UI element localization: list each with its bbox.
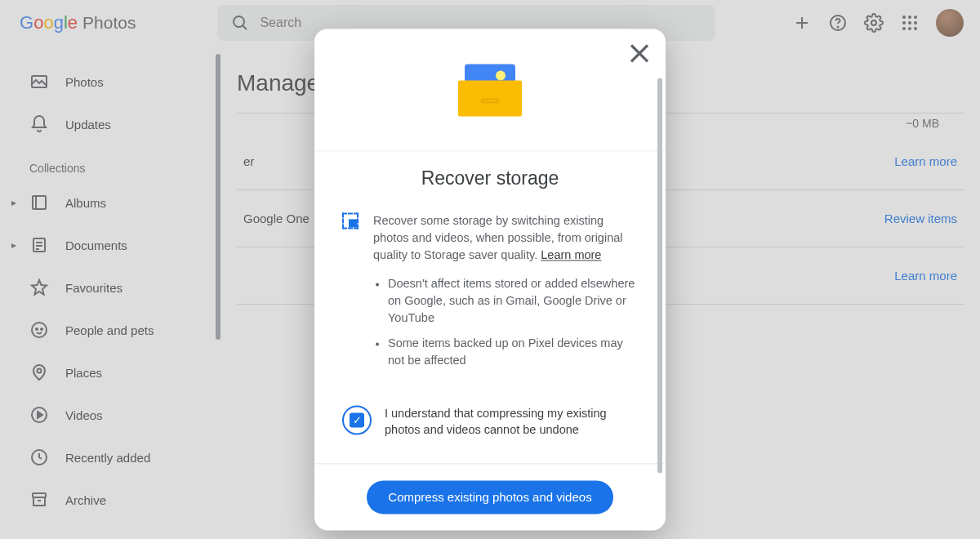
dialog-bullet: Some items backed up on Pixel devices ma…	[388, 336, 638, 370]
confirm-checkbox[interactable]: ✓	[342, 406, 372, 435]
dialog-bullet: Doesn't affect items stored or added els…	[388, 275, 638, 327]
recover-storage-dialog: Recover storage Recover some storage by …	[314, 29, 666, 530]
checkmark-icon: ✓	[350, 413, 364, 428]
dialog-scrollbar[interactable]	[656, 78, 662, 473]
dialog-body: Recover storage Recover some storage by …	[314, 151, 666, 463]
drawer-illustration-icon	[457, 64, 523, 116]
dialog-description: Recover some storage by switching existi…	[373, 212, 638, 377]
photo-compress-icon	[342, 212, 359, 229]
dialog-footer: Compress existing photos and videos	[314, 463, 666, 530]
compress-button[interactable]: Compress existing photos and videos	[367, 480, 612, 514]
close-button[interactable]	[623, 37, 656, 69]
learn-more-link[interactable]: Learn more	[541, 248, 601, 261]
dialog-title: Recover storage	[342, 167, 638, 189]
confirm-text: I understand that compressing my existin…	[385, 406, 638, 439]
confirm-row: ✓ I understand that compressing my exist…	[342, 391, 638, 448]
dialog-illustration	[314, 29, 666, 151]
